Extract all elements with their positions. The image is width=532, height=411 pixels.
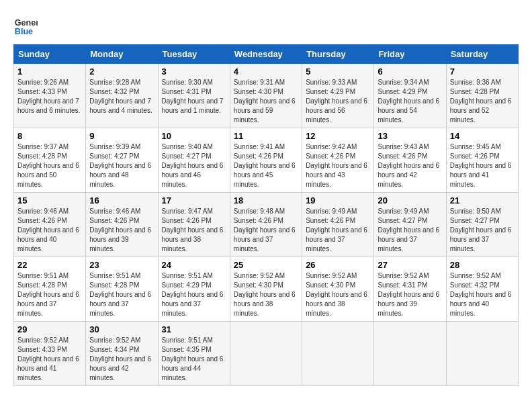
day-info: Sunrise: 9:30 AM Sunset: 4:31 PM Dayligh… [162,78,226,116]
day-cell [230,322,302,386]
day-cell [374,322,446,386]
header-sunday: Sunday [14,45,86,64]
header-monday: Monday [86,45,158,64]
day-cell: 17 Sunrise: 9:47 AM Sunset: 4:26 PM Dayl… [158,193,230,257]
day-cell: 6 Sunrise: 9:34 AM Sunset: 4:29 PM Dayli… [374,64,446,128]
day-cell: 16 Sunrise: 9:46 AM Sunset: 4:26 PM Dayl… [86,193,158,257]
day-cell: 12 Sunrise: 9:42 AM Sunset: 4:26 PM Dayl… [302,128,374,193]
day-info: Sunrise: 9:52 AM Sunset: 4:30 PM Dayligh… [234,271,298,318]
day-number: 27 [378,260,442,270]
day-info: Sunrise: 9:52 AM Sunset: 4:31 PM Dayligh… [378,271,442,318]
day-number: 3 [162,66,226,77]
day-number: 14 [450,131,515,141]
day-number: 20 [378,195,442,205]
week-row-4: 22 Sunrise: 9:51 AM Sunset: 4:28 PM Dayl… [14,257,519,322]
day-info: Sunrise: 9:52 AM Sunset: 4:32 PM Dayligh… [450,271,515,318]
day-cell [302,322,374,386]
header-wednesday: Wednesday [230,45,302,64]
day-number: 8 [17,131,82,141]
day-info: Sunrise: 9:37 AM Sunset: 4:28 PM Dayligh… [17,142,82,189]
day-number: 4 [234,66,298,77]
day-info: Sunrise: 9:41 AM Sunset: 4:26 PM Dayligh… [234,142,298,189]
day-info: Sunrise: 9:33 AM Sunset: 4:29 PM Dayligh… [306,78,370,125]
day-cell: 4 Sunrise: 9:31 AM Sunset: 4:30 PM Dayli… [230,64,302,128]
day-info: Sunrise: 9:51 AM Sunset: 4:28 PM Dayligh… [89,271,154,318]
day-info: Sunrise: 9:36 AM Sunset: 4:28 PM Dayligh… [450,78,515,125]
day-cell: 13 Sunrise: 9:43 AM Sunset: 4:26 PM Dayl… [374,128,446,193]
day-number: 2 [89,66,154,77]
day-info: Sunrise: 9:31 AM Sunset: 4:30 PM Dayligh… [234,78,298,125]
day-info: Sunrise: 9:49 AM Sunset: 4:27 PM Dayligh… [378,207,442,254]
day-cell: 18 Sunrise: 9:48 AM Sunset: 4:26 PM Dayl… [230,193,302,257]
day-info: Sunrise: 9:49 AM Sunset: 4:26 PM Dayligh… [306,207,370,254]
svg-text:Blue: Blue [15,27,33,36]
day-number: 19 [306,195,370,205]
day-info: Sunrise: 9:47 AM Sunset: 4:26 PM Dayligh… [162,207,226,254]
day-cell: 28 Sunrise: 9:52 AM Sunset: 4:32 PM Dayl… [446,257,518,322]
page-header: General Blue [13,13,519,38]
day-number: 30 [89,324,154,334]
day-cell: 15 Sunrise: 9:46 AM Sunset: 4:26 PM Dayl… [14,193,86,257]
day-number: 9 [89,131,154,141]
day-number: 16 [89,195,154,205]
day-number: 26 [306,260,370,270]
day-number: 7 [450,66,515,77]
day-number: 10 [162,131,226,141]
day-cell: 23 Sunrise: 9:51 AM Sunset: 4:28 PM Dayl… [86,257,158,322]
day-cell: 31 Sunrise: 9:51 AM Sunset: 4:35 PM Dayl… [158,322,230,386]
header-thursday: Thursday [302,45,374,64]
day-info: Sunrise: 9:48 AM Sunset: 4:26 PM Dayligh… [234,207,298,254]
day-number: 25 [234,260,298,270]
day-number: 17 [162,195,226,205]
day-info: Sunrise: 9:43 AM Sunset: 4:26 PM Dayligh… [378,142,442,189]
day-cell: 1 Sunrise: 9:26 AM Sunset: 4:33 PM Dayli… [14,64,86,128]
day-number: 13 [378,131,442,141]
day-cell: 8 Sunrise: 9:37 AM Sunset: 4:28 PM Dayli… [14,128,86,193]
day-info: Sunrise: 9:51 AM Sunset: 4:29 PM Dayligh… [162,271,226,318]
day-info: Sunrise: 9:42 AM Sunset: 4:26 PM Dayligh… [306,142,370,189]
calendar-header-row: SundayMondayTuesdayWednesdayThursdayFrid… [14,45,519,64]
day-number: 5 [306,66,370,77]
day-number: 12 [306,131,370,141]
day-cell: 27 Sunrise: 9:52 AM Sunset: 4:31 PM Dayl… [374,257,446,322]
day-info: Sunrise: 9:51 AM Sunset: 4:28 PM Dayligh… [17,271,82,318]
header-friday: Friday [374,45,446,64]
day-cell: 29 Sunrise: 9:52 AM Sunset: 4:33 PM Dayl… [14,322,86,386]
day-number: 28 [450,260,515,270]
calendar-body: 1 Sunrise: 9:26 AM Sunset: 4:33 PM Dayli… [14,64,519,386]
day-cell: 21 Sunrise: 9:50 AM Sunset: 4:27 PM Dayl… [446,193,518,257]
day-number: 21 [450,195,515,205]
week-row-3: 15 Sunrise: 9:46 AM Sunset: 4:26 PM Dayl… [14,193,519,257]
header-tuesday: Tuesday [158,45,230,64]
calendar-table: SundayMondayTuesdayWednesdayThursdayFrid… [13,44,519,386]
day-number: 22 [17,260,82,270]
day-info: Sunrise: 9:51 AM Sunset: 4:35 PM Dayligh… [162,336,226,383]
day-info: Sunrise: 9:52 AM Sunset: 4:33 PM Dayligh… [17,336,82,383]
day-number: 31 [162,324,226,334]
day-number: 24 [162,260,226,270]
header-saturday: Saturday [446,45,518,64]
day-info: Sunrise: 9:28 AM Sunset: 4:32 PM Dayligh… [89,78,154,116]
week-row-2: 8 Sunrise: 9:37 AM Sunset: 4:28 PM Dayli… [14,128,519,193]
day-cell: 5 Sunrise: 9:33 AM Sunset: 4:29 PM Dayli… [302,64,374,128]
logo: General Blue [13,13,38,38]
day-cell: 3 Sunrise: 9:30 AM Sunset: 4:31 PM Dayli… [158,64,230,128]
day-number: 23 [89,260,154,270]
week-row-5: 29 Sunrise: 9:52 AM Sunset: 4:33 PM Dayl… [14,322,519,386]
logo-icon: General Blue [13,13,38,38]
day-info: Sunrise: 9:46 AM Sunset: 4:26 PM Dayligh… [89,207,154,254]
day-number: 11 [234,131,298,141]
day-cell: 2 Sunrise: 9:28 AM Sunset: 4:32 PM Dayli… [86,64,158,128]
day-info: Sunrise: 9:26 AM Sunset: 4:33 PM Dayligh… [17,78,82,116]
day-cell: 7 Sunrise: 9:36 AM Sunset: 4:28 PM Dayli… [446,64,518,128]
day-number: 29 [17,324,82,334]
day-cell: 9 Sunrise: 9:39 AM Sunset: 4:27 PM Dayli… [86,128,158,193]
day-info: Sunrise: 9:39 AM Sunset: 4:27 PM Dayligh… [89,142,154,189]
day-number: 18 [234,195,298,205]
day-cell: 20 Sunrise: 9:49 AM Sunset: 4:27 PM Dayl… [374,193,446,257]
day-number: 15 [17,195,82,205]
day-cell: 30 Sunrise: 9:52 AM Sunset: 4:34 PM Dayl… [86,322,158,386]
day-info: Sunrise: 9:52 AM Sunset: 4:34 PM Dayligh… [89,336,154,383]
day-cell: 24 Sunrise: 9:51 AM Sunset: 4:29 PM Dayl… [158,257,230,322]
day-cell: 14 Sunrise: 9:45 AM Sunset: 4:26 PM Dayl… [446,128,518,193]
